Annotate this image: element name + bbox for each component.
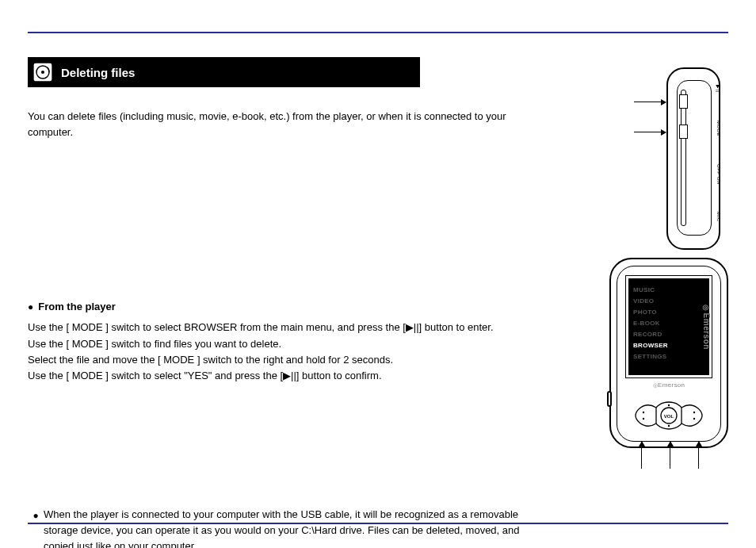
bullet-icon: ● [28,300,33,315]
device-front-view: MUSICVIDEOPHOTOE-BOOKRECORDBROWSERSETTIN… [609,258,728,480]
svg-point-5 [643,412,644,413]
svg-point-7 [693,412,695,413]
menu-item: BROWSER [633,340,679,351]
from-player-title: From the player [38,299,116,315]
menu-item: RECORD [633,329,679,340]
menu-item: E-BOOK [633,318,679,329]
menu-item: VIDEO [633,296,679,307]
device-dpad: VOL [630,395,708,436]
arrow-icon [634,102,666,102]
label-off-on: OFF ON [716,164,721,185]
screen-brand: ◎Emerson [702,305,711,350]
top-rule [28,32,728,33]
arrow-up-icon [670,442,670,469]
bullet-icon: ● [32,510,38,521]
from-computer-section: ● When the player is connected to your c… [28,507,535,548]
device-bottom-label: ◎Emerson [625,381,712,389]
arrow-icon [634,132,666,132]
vol-label: VOL [664,414,674,419]
screen-menu: MUSICVIDEOPHOTOE-BOOKRECORDBROWSERSETTIN… [628,278,684,375]
side-tab [607,391,612,407]
body-text-column: You can delete files (including music, m… [28,99,535,548]
from-computer-text: When the player is connected to your com… [44,507,535,548]
intro-paragraph: You can delete files (including music, m… [28,109,535,140]
svg-point-9 [668,404,670,406]
device-screen: MUSICVIDEOPHOTOE-BOOKRECORDBROWSERSETTIN… [625,275,712,378]
label-mic: MIC [716,212,721,222]
svg-point-6 [643,418,644,420]
play-pause-switch [679,94,688,109]
menu-item: PHOTO [633,307,679,318]
section-heading-title: Deleting files [61,66,135,79]
from-player-steps: Use the [ MODE ] switch to select BROWSE… [28,320,535,384]
svg-point-2 [41,71,44,74]
svg-point-10 [668,425,670,427]
menu-item: MUSIC [633,285,679,296]
arrow-up-icon [641,442,642,469]
label-mode: MODE [716,121,721,136]
mode-switch [679,125,688,139]
menu-item: SETTINGS [633,351,679,362]
from-player-section: ● From the player Use the [ MODE ] switc… [28,299,535,384]
bottom-rule [28,523,728,524]
disk-icon [32,62,53,82]
section-heading-bar: Deleting files [28,57,420,87]
label-play-pause: ▶|| [716,85,721,93]
svg-point-8 [693,418,695,420]
arrow-up-icon [698,442,699,469]
device-side-view: ▶|| MODE OFF ON MIC [637,67,724,250]
